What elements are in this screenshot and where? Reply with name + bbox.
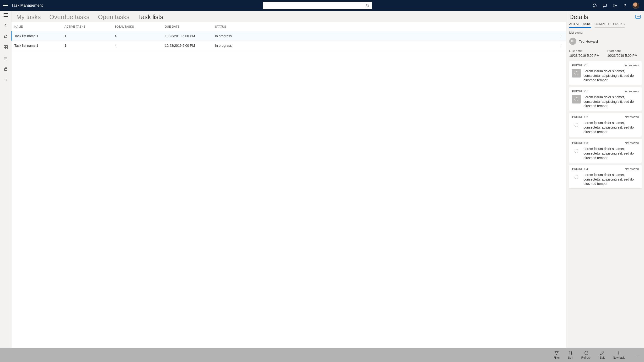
cell-active: 1 <box>64 44 115 47</box>
card-priority: PRIORITY 3 <box>572 141 588 145</box>
search-input[interactable] <box>266 3 366 7</box>
refresh-button[interactable]: Refresh <box>582 350 592 359</box>
new-task-label: New task <box>613 356 625 359</box>
cell-active: 1 <box>64 34 115 38</box>
table-row[interactable]: Task list name 1 1 4 10/23/2019 5:00 PM … <box>12 31 566 41</box>
col-total[interactable]: TOTAL TASKS <box>115 25 165 28</box>
due-date-label: Due date <box>569 49 604 53</box>
details-title: Details <box>569 13 588 21</box>
task-list-table: NAME ACTIVE TASKS TOTAL TASKS DUE DATE S… <box>12 22 566 348</box>
cell-due: 10/23/2019 5:00 PM <box>165 34 215 38</box>
col-active[interactable]: ACTIVE TASKS <box>64 25 115 28</box>
search-icon <box>366 3 370 7</box>
cell-due: 10/23/2019 5:00 PM <box>165 44 215 47</box>
nav-zero[interactable]: 0 <box>3 78 8 83</box>
tab-completed-tasks[interactable]: COMPLETED TASKS <box>594 22 625 28</box>
tab-open[interactable]: Open tasks <box>98 13 130 21</box>
task-card[interactable]: PRIORITY 3Not started Lorem ipsum dolor … <box>569 139 642 163</box>
row-more-icon[interactable]: ⋮ <box>559 43 563 48</box>
progress-icon <box>572 121 581 129</box>
cell-status: In progress <box>215 34 553 38</box>
owner-label: List owner <box>569 31 642 34</box>
edit-button[interactable]: Edit <box>600 350 605 359</box>
topbar-actions <box>592 2 639 9</box>
svg-rect-12 <box>4 68 7 71</box>
card-desc: Lorem ipsum dolor sit amet, consectetur … <box>584 69 639 83</box>
overflow-icon[interactable]: ⋯ <box>634 352 639 358</box>
cell-name: Task list name 1 <box>14 44 64 47</box>
task-card[interactable]: PRIORITY 4Not started Lorem ipsum dolor … <box>569 165 642 189</box>
table-header: NAME ACTIVE TASKS TOTAL TASKS DUE DATE S… <box>12 22 566 31</box>
svg-point-15 <box>575 97 578 101</box>
svg-point-0 <box>366 4 368 6</box>
svg-rect-5 <box>4 45 6 47</box>
tab-task-lists[interactable]: Task lists <box>138 13 163 21</box>
new-task-button[interactable]: New task <box>613 350 625 359</box>
card-priority: PRIORITY 1 <box>572 64 588 67</box>
svg-line-1 <box>368 6 369 7</box>
table-row[interactable]: Task list name 1 1 4 10/23/2019 5:00 PM … <box>12 41 566 50</box>
progress-icon <box>572 173 581 181</box>
card-desc: Lorem ipsum dolor sit amet, consectetur … <box>584 173 639 186</box>
search-box[interactable] <box>263 2 372 9</box>
filter-button[interactable]: Filter <box>554 350 560 359</box>
task-card[interactable]: PRIORITY 1In progress Lorem ipsum dolor … <box>569 87 642 111</box>
tab-active-tasks[interactable]: ACTIVE TASKS <box>569 22 591 28</box>
progress-icon <box>572 147 581 155</box>
svg-rect-6 <box>6 45 8 47</box>
refresh-icon[interactable] <box>592 3 597 8</box>
help-icon[interactable] <box>622 3 627 8</box>
start-date-value: 10/23/2019 5:00 PM <box>608 54 642 57</box>
filter-label: Filter <box>554 356 560 359</box>
details-tabs: ACTIVE TASKS COMPLETED TASKS <box>566 21 644 28</box>
gear-icon[interactable] <box>612 3 617 8</box>
task-card[interactable]: PRIORITY 2Not started Lorem ipsum dolor … <box>569 113 642 137</box>
cell-name: Task list name 1 <box>14 34 64 38</box>
card-status: Not started <box>625 168 639 171</box>
due-date-value: 10/23/2019 5:00 PM <box>569 54 604 57</box>
tab-my-tasks[interactable]: My tasks <box>16 13 41 21</box>
collapse-pane-icon[interactable] <box>636 15 641 19</box>
top-bar: Task Management <box>0 0 644 11</box>
sort-label: Sort <box>568 356 573 359</box>
nav-rail: 0 <box>0 11 12 348</box>
details-pane: Details ACTIVE TASKS COMPLETED TASKS Lis… <box>566 11 644 348</box>
list-icon[interactable] <box>3 56 8 61</box>
progress-icon <box>572 95 581 104</box>
svg-point-4 <box>625 7 625 7</box>
svg-rect-2 <box>603 4 606 6</box>
home-icon[interactable] <box>3 34 8 39</box>
edit-label: Edit <box>600 356 604 359</box>
card-status: In progress <box>624 64 639 67</box>
svg-point-18 <box>575 175 578 179</box>
chat-icon[interactable] <box>602 3 607 8</box>
details-body: List owner FL Ted Howard Due date Start … <box>566 28 644 348</box>
col-due[interactable]: DUE DATE <box>165 25 215 28</box>
card-status: Not started <box>625 115 639 119</box>
bag-icon[interactable] <box>3 67 8 72</box>
start-date-label: Start date <box>608 49 642 53</box>
task-card[interactable]: PRIORITY 1In progress Lorem ipsum dolor … <box>569 61 642 85</box>
progress-icon <box>572 69 581 77</box>
svg-point-16 <box>575 123 578 127</box>
card-status: In progress <box>624 90 639 93</box>
owner-avatar: FL <box>569 38 576 45</box>
user-avatar[interactable] <box>632 2 639 9</box>
svg-point-17 <box>575 149 578 153</box>
sort-button[interactable]: Sort <box>568 350 573 359</box>
refresh-label: Refresh <box>582 356 592 359</box>
card-desc: Lorem ipsum dolor sit amet, consectetur … <box>584 95 639 109</box>
col-status[interactable]: STATUS <box>215 25 553 28</box>
tab-overdue[interactable]: Overdue tasks <box>50 13 90 21</box>
main-tabs: My tasks Overdue tasks Open tasks Task l… <box>12 11 566 22</box>
svg-point-3 <box>614 5 616 6</box>
owner-row: FL Ted Howard <box>569 38 642 45</box>
svg-rect-7 <box>4 47 6 49</box>
menu-icon[interactable] <box>3 3 8 8</box>
card-priority: PRIORITY 1 <box>572 90 588 93</box>
col-name[interactable]: NAME <box>14 25 64 28</box>
row-more-icon[interactable]: ⋮ <box>559 33 563 39</box>
back-icon[interactable] <box>3 23 8 28</box>
nav-menu-icon[interactable] <box>4 13 8 17</box>
modules-icon[interactable] <box>3 45 8 50</box>
